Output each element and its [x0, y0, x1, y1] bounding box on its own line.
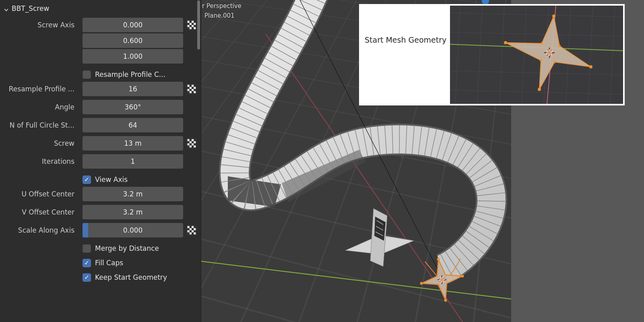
modifier-panel: BBT_Screw Screw Axis 0.000 0.600 1.000 R…	[0, 0, 201, 322]
slider-fill	[83, 223, 88, 237]
viewport-perspective-label: r Perspective	[202, 2, 242, 10]
angle-label: Angle	[0, 103, 83, 111]
u-offset-field[interactable]: 3.2 m	[83, 187, 183, 201]
u-offset-label: U Offset Center	[0, 190, 83, 198]
merge-by-distance-row: Merge by Distance	[83, 241, 201, 256]
merge-by-distance-label: Merge by Distance	[95, 244, 159, 252]
chevron-down-icon[interactable]	[4, 6, 9, 11]
panel-title: BBT_Screw	[12, 4, 49, 12]
screw-row: Screw 13 m	[0, 136, 201, 151]
start-mesh-scene	[450, 6, 623, 104]
screw-axis-row: Screw Axis 0.000 0.600 1.000	[0, 18, 201, 64]
scale-along-axis-row: Scale Along Axis 0.000	[0, 223, 201, 237]
keep-start-geometry-row: Keep Start Geometry	[83, 270, 201, 285]
fill-caps-checkbox[interactable]	[83, 259, 91, 267]
n-full-circle-label: N of Full Circle St...	[0, 121, 83, 129]
angle-field[interactable]: 360°	[83, 100, 183, 114]
attribute-toggle-icon[interactable]	[184, 136, 199, 151]
iterations-field[interactable]: 1	[83, 154, 183, 169]
fill-caps-row: Fill Caps	[83, 256, 201, 270]
v-offset-row: V Offset Center 3.2 m	[0, 205, 201, 219]
keep-start-geometry-label: Keep Start Geometry	[95, 273, 167, 281]
screw-axis-label: Screw Axis	[0, 18, 83, 32]
n-full-circle-row: N of Full Circle St... 64	[0, 118, 201, 132]
screw-label: Screw	[0, 139, 83, 147]
scale-along-axis-label: Scale Along Axis	[0, 226, 83, 234]
resample-profile-curve-label: Resample Profile C...	[95, 70, 165, 78]
u-offset-row: U Offset Center 3.2 m	[0, 187, 201, 201]
iterations-row: Iterations 1	[0, 154, 201, 169]
attribute-toggle-icon[interactable]	[184, 82, 199, 96]
view-axis-label: View Axis	[95, 175, 128, 184]
start-mesh-image	[450, 6, 623, 104]
angle-row: Angle 360°	[0, 100, 201, 114]
attribute-toggle-icon[interactable]	[184, 223, 199, 237]
screw-axis-x-field[interactable]: 0.000	[83, 18, 183, 32]
resample-profile-field[interactable]: 16	[83, 82, 183, 96]
screw-field[interactable]: 13 m	[83, 136, 183, 151]
panel-header[interactable]: BBT_Screw	[0, 0, 201, 16]
view-axis-row: View Axis	[83, 172, 201, 187]
attribute-toggle-icon[interactable]	[184, 18, 199, 32]
fill-caps-label: Fill Caps	[95, 259, 123, 267]
resample-profile-row: Resample Profile ... 16	[0, 82, 201, 96]
keep-start-geometry-checkbox[interactable]	[83, 273, 91, 282]
scale-along-axis-slider[interactable]: 0.000	[83, 223, 183, 237]
screw-axis-y-field[interactable]: 0.600	[83, 33, 183, 48]
panel-scrollbar[interactable]	[197, 0, 200, 50]
iterations-label: Iterations	[0, 157, 83, 165]
cross-mesh-object	[345, 208, 414, 266]
view-axis-checkbox[interactable]	[83, 175, 91, 184]
start-mesh-annotation: Start Mesh Geometry	[359, 4, 625, 105]
n-full-circle-field[interactable]: 64	[83, 118, 183, 132]
resample-profile-curve-row: Resample Profile C...	[83, 67, 201, 82]
resample-profile-curve-checkbox[interactable]	[83, 70, 91, 79]
merge-by-distance-checkbox[interactable]	[83, 244, 91, 253]
screw-axis-z-field[interactable]: 1.000	[83, 49, 183, 64]
v-offset-field[interactable]: 3.2 m	[83, 205, 183, 219]
v-offset-label: V Offset Center	[0, 208, 83, 216]
viewport-object-label: Plane.001	[204, 12, 235, 19]
annotation-label: Start Mesh Geometry	[365, 35, 446, 44]
resample-profile-label: Resample Profile ...	[0, 85, 83, 93]
